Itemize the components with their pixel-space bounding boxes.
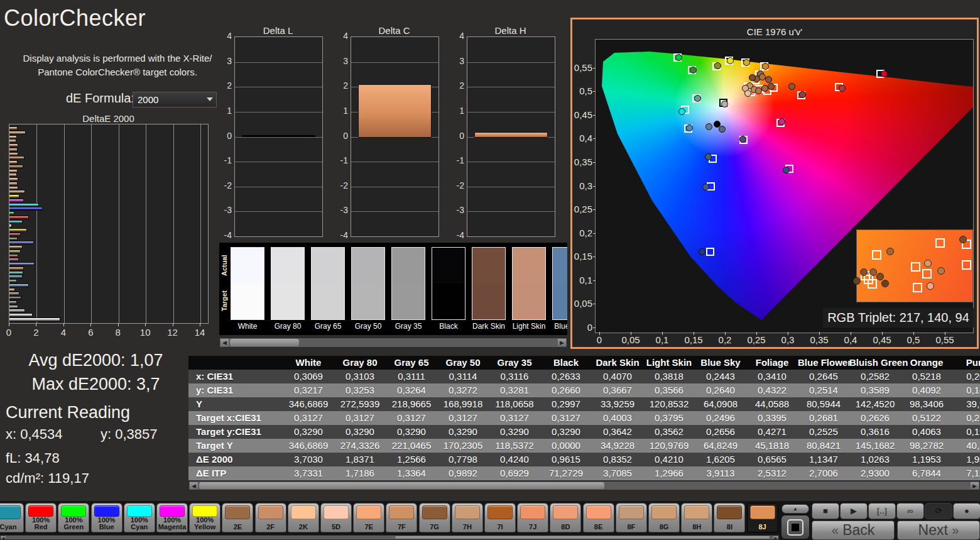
play-button[interactable]: ▶ (840, 503, 868, 519)
target-marker (872, 250, 881, 260)
swatch-scrollbar-thumb[interactable] (230, 339, 299, 346)
column-header: Purpl (952, 356, 980, 370)
axis-tick (593, 304, 596, 304)
table-cell: 142,4520 (849, 397, 901, 411)
range-button[interactable]: [‥] (868, 503, 896, 519)
toolbar-scrollbar[interactable]: ◀ ▶ (0, 535, 779, 540)
table-cell: 0,5122 (901, 411, 952, 425)
patch-button-8g[interactable]: 8G (648, 503, 680, 532)
patch-button-100-green[interactable]: 100%Green (58, 503, 89, 532)
table-cell: 0,2997 (540, 397, 592, 411)
table-cell: 0,2640 (695, 383, 746, 397)
table-cell: 0,4240 (489, 453, 540, 466)
patch-button-2k[interactable]: 2K (288, 503, 319, 532)
deltae-bar (9, 190, 25, 194)
swatch-target-color (392, 284, 425, 319)
record-button[interactable]: ● (953, 503, 980, 519)
table-cell: 0,6565 (746, 453, 798, 466)
refresh-button[interactable]: ⟳ (925, 503, 952, 519)
axis-tick-label: 1 (333, 106, 348, 116)
axis-tick-label: 0,1 (572, 275, 592, 285)
measured-marker (678, 108, 685, 115)
patch-button-7e[interactable]: 7E (353, 503, 384, 532)
patch-button-7i[interactable]: 7I (484, 503, 516, 532)
color-patch (455, 505, 480, 519)
patch-button-8e[interactable]: 8E (583, 503, 614, 532)
gridline (467, 162, 555, 162)
table-cell: 0,192 (952, 425, 980, 439)
patch-button-100-red[interactable]: 100% Red (25, 503, 57, 532)
patch-button-2f[interactable]: 2F (255, 503, 286, 532)
back-button[interactable]: « Back (812, 521, 895, 540)
axis-tick-label: 0,55 (572, 62, 592, 73)
stop-icon-button[interactable]: ■ (812, 503, 839, 519)
patch-button-7h[interactable]: 7H (452, 503, 483, 532)
patch-button-cyan[interactable]: Cyan (0, 503, 24, 532)
patch-button-7f[interactable]: 7F (386, 503, 417, 532)
patch-button-8h[interactable]: 8H (681, 503, 712, 532)
scroll-right-icon[interactable]: ▶ (971, 482, 979, 489)
measured-marker (727, 57, 734, 64)
patch-label: 7H (463, 519, 472, 532)
collapse-up-button[interactable]: ▲ (781, 504, 809, 514)
scroll-left-icon[interactable]: ◀ (190, 482, 198, 489)
column-header: Foliage (746, 356, 798, 370)
column-header: Gray 65 (386, 356, 437, 370)
patch-button-8i[interactable]: 8I (714, 503, 745, 532)
measured-marker (755, 87, 762, 94)
color-patch (291, 505, 316, 519)
patch-button-100-magenta[interactable]: 100%Magenta (156, 503, 188, 532)
color-patch (94, 505, 119, 517)
swatch-actual-color (231, 248, 264, 284)
table-cell: 45,1818 (746, 439, 798, 453)
axis-tick-label: 0,5 (901, 334, 926, 345)
table-cell: 0,3127 (437, 411, 489, 425)
patch-button-2e[interactable]: 2E (222, 503, 253, 532)
scroll-right-icon[interactable]: ▶ (558, 339, 566, 346)
table-scrollbar[interactable]: ◀ ▶ (188, 481, 980, 490)
toolbar-scrollbar-thumb[interactable] (395, 536, 770, 539)
patch-label: 2E (234, 519, 242, 532)
patch-button-7j[interactable]: 7J (517, 503, 548, 532)
scroll-right-icon[interactable]: ▶ (773, 536, 778, 539)
patch-button-8d[interactable]: 8D (550, 503, 581, 532)
patch-button-8f[interactable]: 8F (616, 503, 647, 532)
swatch-target-color (352, 284, 384, 319)
next-button[interactable]: Next » (897, 521, 980, 540)
color-patch (651, 505, 677, 519)
color-patch (61, 505, 86, 517)
de-formula-dropdown[interactable]: 2000 (133, 92, 217, 107)
swatch-scrollbar[interactable]: ◀ ▶ (219, 338, 567, 348)
axis-tick-label: 0,1 (650, 334, 675, 345)
loop-button[interactable]: ∞ (896, 503, 924, 519)
table-cell: 0,3290 (283, 425, 334, 439)
patch-button-100-cyan[interactable]: 100%Cyan (124, 503, 155, 532)
scroll-left-icon[interactable]: ◀ (1, 536, 6, 539)
measured-marker (839, 85, 846, 92)
patch-button-8j[interactable]: 8J (747, 503, 778, 532)
patch-button-7g[interactable]: 7G (419, 503, 450, 532)
table-cell: 0,2645 (798, 370, 849, 383)
axis-tick (36, 323, 36, 326)
patch-label-line: Cyan (0, 524, 16, 531)
stop-measure-button[interactable] (781, 515, 809, 539)
measured-marker (853, 277, 861, 285)
swatch-target-color (312, 284, 344, 319)
swatch-actual-color (271, 248, 304, 284)
axis-tick-label: 0,2 (572, 228, 592, 238)
table-scrollbar-thumb[interactable] (199, 482, 604, 489)
table-cell: 0,4322 (746, 383, 798, 397)
axis-tick-label: 0,05 (618, 334, 643, 345)
axis-tick-label: -2 (217, 180, 232, 190)
table-cell: 0,2633 (540, 370, 592, 383)
axis-tick-label: -4 (217, 230, 232, 240)
patch-button-5d[interactable]: 5D (320, 503, 352, 532)
scroll-left-icon[interactable]: ◀ (220, 339, 229, 346)
table-row: Target x:CIE310,31270,31270,31270,31270,… (188, 411, 980, 425)
patch-button-100-blue[interactable]: 100%Blue (91, 503, 122, 532)
patch-button-100-yellow[interactable]: 100%Yellow (189, 503, 220, 532)
color-patch (717, 505, 742, 519)
patch-label-line: 7H (463, 524, 472, 531)
measured-marker (694, 95, 701, 102)
patch-label: 2F (266, 519, 275, 532)
